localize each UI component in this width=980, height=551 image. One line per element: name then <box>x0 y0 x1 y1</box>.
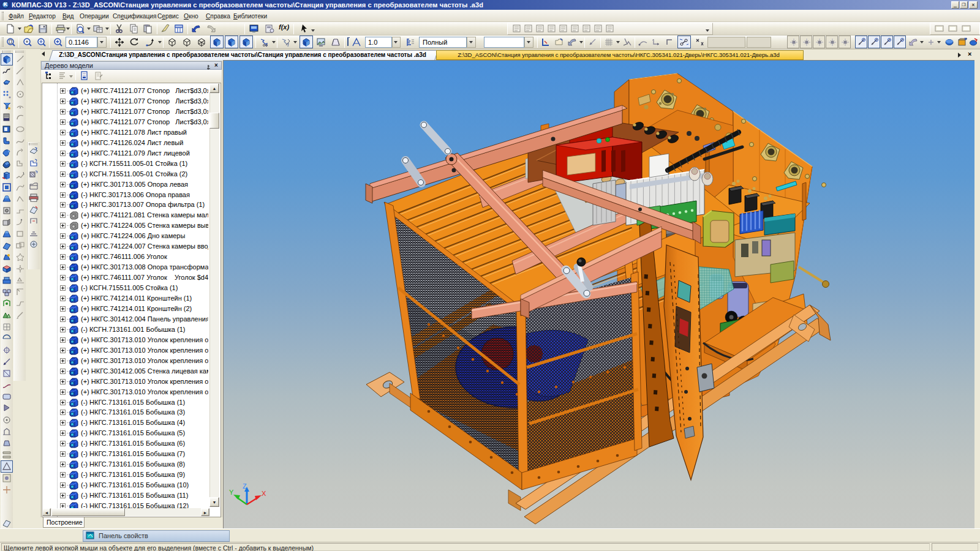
svg-text:X: X <box>262 490 266 497</box>
svg-text:Z: Z <box>243 482 247 490</box>
svg-text:Y: Y <box>229 489 234 496</box>
